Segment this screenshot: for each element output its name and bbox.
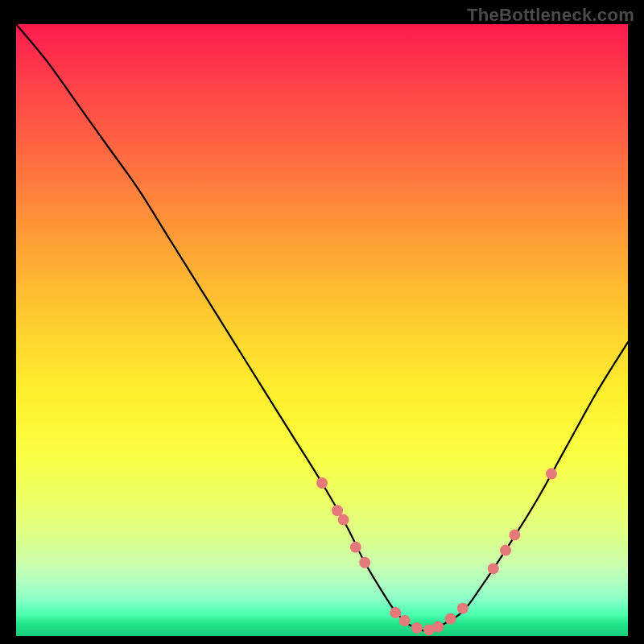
chart-svg [16,24,628,636]
data-marker [350,542,361,553]
data-markers [316,469,557,636]
bottleneck-curve [16,24,628,630]
data-marker [332,505,343,516]
data-marker [390,607,401,618]
data-marker [411,622,423,634]
data-marker [488,563,499,574]
data-marker [445,613,456,625]
data-marker [432,621,444,633]
data-marker [509,530,520,541]
data-marker [338,514,349,526]
data-marker [359,557,370,568]
plot-frame [16,24,628,636]
data-marker [399,615,411,626]
data-marker [316,477,328,489]
data-marker [546,469,557,480]
chart-stage: TheBottleneck.com [0,0,644,644]
data-marker [500,545,511,556]
data-marker [457,603,469,614]
plot-area [16,24,628,636]
watermark-text: TheBottleneck.com [467,5,634,26]
